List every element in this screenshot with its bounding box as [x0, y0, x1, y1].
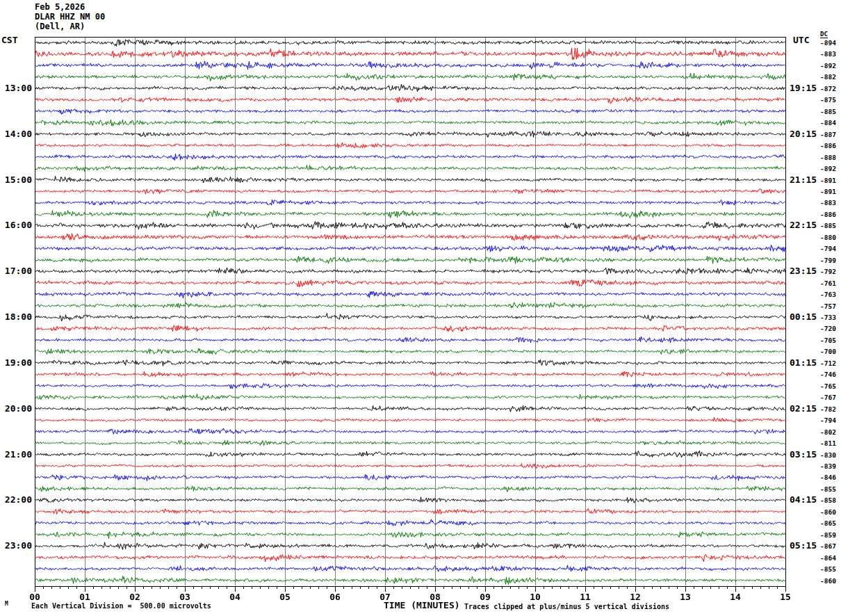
- minute-tick-label: 03: [173, 592, 197, 602]
- cst-hour-label: 16:00: [0, 220, 32, 231]
- left-timezone-label: CST: [1, 35, 17, 45]
- station-location-label: (Dell, AR): [35, 22, 105, 31]
- dc-offset-value: -859: [820, 531, 836, 539]
- dc-offset-value: -885: [820, 222, 836, 229]
- dc-offset-value: -882: [820, 73, 836, 81]
- dc-offset-value: -733: [820, 314, 836, 321]
- utc-hour-label: 02:15: [790, 403, 817, 414]
- dc-offset-value: -892: [820, 62, 836, 70]
- cst-hour-label: 13:00: [0, 83, 32, 94]
- dc-offset-value: -792: [820, 268, 836, 275]
- utc-hour-label: 20:15: [790, 129, 817, 140]
- dc-offset-value: -799: [820, 257, 836, 264]
- dc-offset-value: -765: [820, 382, 836, 390]
- station-code-label: DLAR HHZ NM 00: [35, 12, 105, 22]
- dc-offset-value: -860: [820, 508, 836, 516]
- dc-offset-value: -720: [820, 325, 836, 332]
- dc-offset-value: -757: [820, 302, 836, 310]
- right-timezone-label: UTC: [793, 35, 809, 45]
- dc-offset-value: -794: [820, 416, 836, 424]
- helicorder-page: Feb 5,2026 DLAR HHZ NM 00 (Dell, AR) CST…: [0, 0, 841, 616]
- dc-offset-value: -883: [820, 50, 836, 58]
- minute-tick-label: 05: [273, 592, 297, 602]
- utc-hour-label: 00:15: [790, 311, 817, 323]
- dc-offset-value: -888: [820, 154, 836, 161]
- utc-hour-label: 19:15: [790, 83, 817, 94]
- dc-offset-value: -705: [820, 337, 836, 344]
- minute-tick-label: 14: [724, 592, 747, 602]
- dc-offset-value: -855: [820, 485, 836, 493]
- minute-tick-label: 12: [623, 592, 647, 602]
- minute-tick-label: 10: [523, 592, 547, 602]
- dc-offset-value: -872: [820, 85, 836, 92]
- dc-offset-value: -886: [820, 142, 836, 149]
- cst-hour-label: 21:00: [0, 449, 32, 460]
- dc-offset-value: -767: [820, 394, 836, 401]
- x-axis-title: TIME (MINUTES): [384, 600, 460, 610]
- dc-offset-value: -860: [820, 577, 836, 585]
- cst-hour-label: 15:00: [0, 175, 32, 186]
- watermark-glyph: M: [5, 601, 8, 607]
- dc-offset-value: -891: [820, 188, 836, 195]
- utc-hour-label: 21:15: [790, 175, 817, 186]
- cst-hour-label: 22:00: [0, 494, 32, 505]
- date-label: Feb 5,2026: [35, 2, 105, 12]
- dc-offset-value: -782: [820, 405, 836, 413]
- minute-tick-label: 02: [123, 592, 147, 602]
- dc-offset-value: -846: [820, 473, 836, 481]
- dc-offset-value: -811: [820, 439, 836, 447]
- dc-offset-value: -867: [820, 542, 836, 550]
- dc-offset-value: -830: [820, 451, 836, 459]
- minute-tick-label: 01: [73, 592, 97, 602]
- utc-hour-label: 22:15: [790, 220, 817, 231]
- utc-hour-label: 04:15: [790, 494, 817, 505]
- minute-tick-label: 06: [323, 592, 347, 602]
- dc-offset-value: -886: [820, 211, 836, 218]
- dc-offset-value: -887: [820, 131, 836, 138]
- dc-offset-column-header: DC: [820, 31, 828, 38]
- title-block: Feb 5,2026 DLAR HHZ NM 00 (Dell, AR): [35, 2, 105, 31]
- dc-offset-value: -883: [820, 199, 836, 206]
- minute-tick-label: 00: [23, 592, 47, 602]
- dc-offset-value: -894: [820, 39, 836, 47]
- dc-offset-value: -880: [820, 234, 836, 241]
- minute-tick-label: 13: [673, 592, 697, 602]
- minute-tick-label: 09: [473, 592, 497, 602]
- dc-offset-value: -700: [820, 348, 836, 355]
- minute-tick-label: 04: [223, 592, 247, 602]
- dc-offset-value: -794: [820, 245, 836, 252]
- dc-offset-value: -858: [820, 496, 836, 504]
- dc-offset-value: -802: [820, 428, 836, 436]
- utc-hour-label: 01:15: [790, 357, 817, 368]
- dc-offset-value: -761: [820, 279, 836, 287]
- cst-hour-label: 19:00: [0, 357, 32, 368]
- dc-offset-value: -885: [820, 108, 836, 115]
- dc-offset-value: -746: [820, 371, 836, 378]
- dc-offset-value: -865: [820, 519, 836, 527]
- seismogram-plot: [35, 37, 787, 593]
- cst-hour-label: 17:00: [0, 266, 32, 277]
- dc-offset-value: -763: [820, 291, 836, 298]
- minute-tick-label: 15: [774, 592, 797, 602]
- dc-offset-value: -839: [820, 462, 836, 470]
- minute-tick-label: 11: [573, 592, 597, 602]
- dc-offset-value: -712: [820, 359, 836, 367]
- dc-offset-value: -891: [820, 177, 836, 184]
- utc-hour-label: 23:15: [790, 266, 817, 277]
- utc-hour-label: 05:15: [790, 540, 817, 551]
- utc-hour-label: 03:15: [790, 449, 817, 460]
- cst-hour-label: 18:00: [0, 311, 32, 323]
- dc-offset-value: -864: [820, 554, 836, 562]
- cst-hour-label: 23:00: [0, 540, 32, 551]
- dc-offset-value: -884: [820, 119, 836, 127]
- dc-offset-value: -855: [820, 565, 836, 573]
- dc-offset-value: -892: [820, 165, 836, 172]
- cst-hour-label: 14:00: [0, 129, 32, 140]
- dc-offset-value: -875: [820, 96, 836, 104]
- clipping-note: Traces clipped at plus/minus 5 vertical …: [464, 603, 669, 610]
- cst-hour-label: 20:00: [0, 403, 32, 414]
- vertical-scale-note: Each Vertical Division = 500.00 microvol…: [31, 602, 211, 610]
